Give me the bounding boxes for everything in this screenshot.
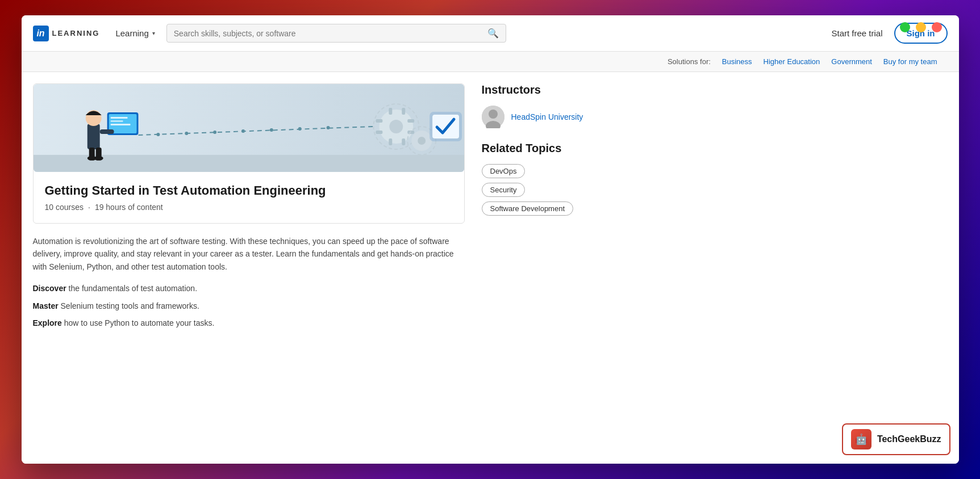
learn-item-master-rest: Selenium testing tools and frameworks. [61, 301, 199, 310]
solutions-link-higher-education[interactable]: Higher Education [759, 57, 825, 66]
learn-item-discover-bold: Discover [33, 284, 66, 293]
course-count: 10 courses [45, 203, 84, 212]
traffic-lights [900, 22, 942, 32]
solutions-label: Solutions for: [668, 57, 711, 66]
search-input[interactable] [174, 29, 483, 38]
left-column: Getting Started in Test Automation Engin… [33, 83, 465, 452]
learn-item-explore-bold: Explore [33, 318, 62, 327]
traffic-light-green[interactable] [900, 22, 910, 32]
svg-rect-27 [389, 138, 392, 145]
svg-point-20 [298, 127, 301, 131]
instructor-item: HeadSpin University [482, 106, 641, 128]
solutions-link-business[interactable]: Business [718, 57, 757, 66]
svg-point-15 [156, 133, 160, 136]
logo-text: LEARNING [52, 29, 100, 37]
svg-point-21 [326, 126, 330, 129]
svg-point-13 [94, 156, 103, 161]
search-bar: 🔍 [166, 24, 506, 43]
learn-item-master: Master Selenium testing tools and framew… [33, 300, 465, 312]
svg-point-19 [269, 128, 273, 132]
header: in LEARNING Learning ▾ 🔍 Start free tria… [22, 15, 959, 52]
svg-rect-26 [402, 108, 405, 115]
topic-tags: DevOps Security Software Development [482, 164, 641, 220]
solutions-bar: Solutions for: Business Higher Education… [22, 52, 959, 72]
traffic-light-yellow[interactable] [916, 22, 926, 32]
chevron-down-icon: ▾ [152, 30, 155, 36]
instructors-title: Instructors [482, 83, 641, 96]
course-card: Getting Started in Test Automation Engin… [33, 83, 465, 224]
topic-tag-security[interactable]: Security [482, 183, 526, 197]
avatar-svg [482, 106, 504, 128]
learning-dropdown[interactable]: Learning ▾ [109, 25, 161, 41]
topic-tag-devops[interactable]: DevOps [482, 164, 526, 178]
watermark-emoji: 🤖 [855, 433, 868, 446]
learning-dropdown-label: Learning [115, 28, 148, 38]
learn-item-explore-rest: how to use Python to automate your tasks… [64, 318, 215, 327]
svg-point-17 [213, 131, 216, 134]
course-hero-image [34, 84, 464, 172]
solutions-link-government[interactable]: Government [827, 57, 877, 66]
topic-tag-software-development[interactable]: Software Development [482, 201, 574, 216]
svg-rect-8 [110, 124, 130, 125]
browser-window: in LEARNING Learning ▾ 🔍 Start free tria… [22, 15, 959, 464]
svg-rect-28 [402, 138, 405, 145]
solutions-link-buy-for-team[interactable]: Buy for my team [879, 57, 942, 66]
right-sidebar: Instructors HeadSpin University Related … [482, 83, 641, 452]
main-content: Getting Started in Test Automation Engin… [22, 72, 959, 464]
svg-point-18 [241, 129, 245, 133]
logo-area: in LEARNING [33, 26, 100, 41]
learn-item-discover: Discover the fundamentals of test automa… [33, 282, 465, 295]
course-info: Getting Started in Test Automation Engin… [34, 172, 464, 223]
svg-rect-9 [99, 129, 114, 134]
learn-item-discover-rest: the fundamentals of test automation. [69, 284, 197, 293]
linkedin-icon: in [33, 26, 49, 41]
avatar [482, 106, 504, 128]
svg-point-35 [418, 137, 426, 145]
hero-svg [34, 84, 464, 172]
traffic-light-red[interactable] [932, 22, 942, 32]
svg-rect-29 [376, 119, 382, 123]
watermark-text: TechGeekBuzz [877, 434, 941, 444]
svg-rect-31 [407, 119, 414, 123]
course-meta: 10 courses · 19 hours of content [45, 203, 453, 212]
svg-rect-30 [376, 131, 382, 134]
svg-rect-6 [110, 117, 127, 119]
related-topics-title: Related Topics [482, 142, 641, 155]
svg-point-16 [185, 132, 188, 135]
svg-point-39 [489, 110, 498, 119]
svg-point-24 [389, 120, 403, 133]
watermark-logo: 🤖 [851, 429, 871, 449]
svg-rect-7 [110, 120, 123, 122]
instructor-name[interactable]: HeadSpin University [511, 112, 583, 121]
instructors-section: Instructors HeadSpin University [482, 83, 641, 128]
watermark: 🤖 TechGeekBuzz [842, 423, 950, 455]
description-text: Automation is revolutionizing the art of… [33, 235, 465, 273]
learn-item-master-bold: Master [33, 301, 59, 310]
start-free-trial-button[interactable]: Start free trial [831, 28, 882, 38]
related-topics-section: Related Topics DevOps Security Software … [482, 142, 641, 220]
description-section: Automation is revolutionizing the art of… [33, 235, 465, 345]
content-hours: 19 hours of content [95, 203, 163, 212]
course-title: Getting Started in Test Automation Engin… [45, 183, 453, 198]
search-icon[interactable]: 🔍 [487, 28, 499, 39]
meta-separator: · [88, 203, 90, 212]
learn-item-explore: Explore how to use Python to automate yo… [33, 317, 465, 329]
svg-rect-2 [87, 124, 99, 149]
svg-rect-25 [389, 108, 392, 115]
